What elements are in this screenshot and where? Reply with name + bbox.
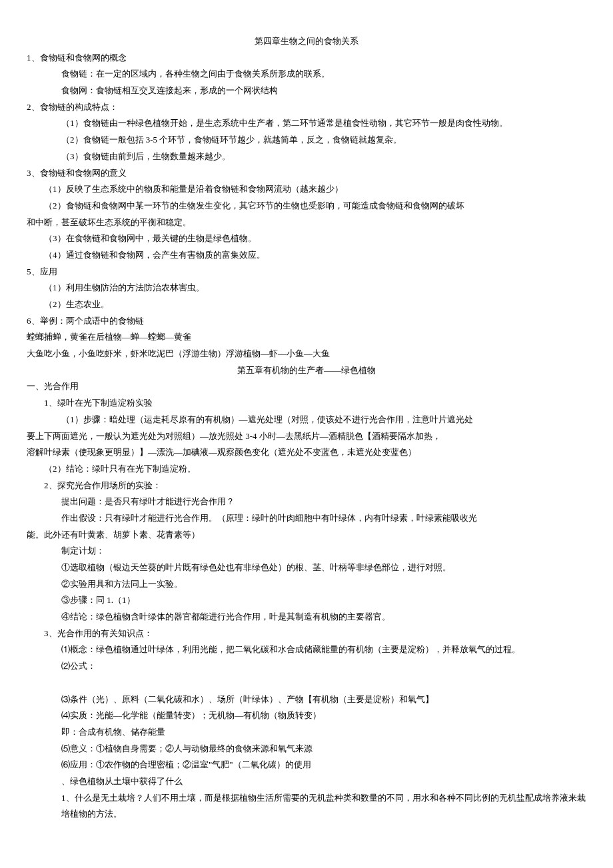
p1-sub1-step-cont2: 溶解叶绿素（使现象更明显）】—漂洗—加碘液—观察颜色变化（遮光处不变蓝色，未遮光… xyxy=(27,444,586,461)
p1-sub3-meaning: ⑸意义：①植物自身需要；②人与动物最终的食物来源和氧气来源 xyxy=(27,741,586,757)
p1-sub1-conclusion: （2）结论：绿叶只有在光下制造淀粉。 xyxy=(27,461,586,478)
s6-example-2: 大鱼吃小鱼，小鱼吃虾米，虾米吃泥巴（浮游生物）浮游植物—虾—小鱼—大鱼 xyxy=(27,346,586,362)
p1-sub3-formula: ⑵公式： xyxy=(27,658,586,675)
s3-item-1: （1）反映了生态系统中的物质和能量是沿着食物链和食物网流动（越来越少） xyxy=(27,181,586,198)
section-6-title: 6、举例：两个成语中的食物链 xyxy=(27,313,586,330)
p1-sub3-essence-cont: 即：合成有机物、储存能量 xyxy=(27,724,586,741)
part1-title: 一、光合作用 xyxy=(27,378,586,395)
chapter5-title: 第五章有机物的生产者——绿色植物 xyxy=(27,362,586,379)
s3-item-2-cont: 和中断，甚至破坏生态系统的平衡和稳定。 xyxy=(27,215,586,231)
s6-example-1: 螳螂捕蝉，黄雀在后植物—蝉—螳螂—黄雀 xyxy=(27,329,586,346)
p1-sub1-step: （1）步骤：暗处理（运走耗尽原有的有机物）—遮光处理（对照，使该处不进行光合作用… xyxy=(27,412,586,428)
p1-sub3-application: ⑹应用：①农作物的合理密植；②温室"气肥"（二氧化碳）的使用 xyxy=(27,757,586,773)
p1-sub1: 1、绿叶在光下制造淀粉实验 xyxy=(27,395,586,412)
p1-sub2-question: 提出问题：是否只有绿叶才能进行光合作用？ xyxy=(27,494,586,510)
p1-sub2: 2、探究光合作用场所的实验： xyxy=(27,478,586,494)
part2-title: 、绿色植物从土壤中获得了什么 xyxy=(27,773,586,790)
p1-sub3: 3、光合作用的有关知识点： xyxy=(27,626,586,642)
s5-item-2: （2）生态农业。 xyxy=(27,296,586,313)
p1-sub2-plan: 制定计划： xyxy=(27,543,586,560)
s3-item-4: （4）通过食物链和食物网，会产生有害物质的富集效应。 xyxy=(27,247,586,264)
p1-sub3-essence: ⑷实质：光能—化学能（能量转变）；无机物—有机物（物质转变） xyxy=(27,707,586,724)
p1-sub3-concept: ⑴概念：绿色植物通过叶绿体，利用光能，把二氧化碳和水合成储藏能量的有机物（主要是… xyxy=(27,642,586,658)
section-1-title: 1、食物链和食物网的概念 xyxy=(27,50,586,67)
part2-soilless: 1、什么是无土栽培？人们不用土壤，而是根据植物生活所需要的无机盐种类和数量的不同… xyxy=(27,790,586,823)
def-food-web: 食物网：食物链相互交叉连接起来，形成的一个网状结构 xyxy=(27,83,586,99)
s3-item-3: （3）在食物链和食物网中，最关键的生物是绿色植物。 xyxy=(27,230,586,247)
s2-item-2: （2）食物链一般包括 3-5 个环节，食物链环节越少，就越简单，反之，食物链就越… xyxy=(27,132,586,149)
p1-sub2-hypothesis: 作出假设：只有绿叶才能进行光合作用。（原理：绿叶的叶肉细胞中有叶绿体，内有叶绿素… xyxy=(27,510,586,527)
section-5-title: 5、应用 xyxy=(27,264,586,280)
p1-sub2-plan-3: ③步骤：同 1.（1） xyxy=(27,592,586,609)
s3-item-2: （2）食物链和食物网中某一环节的生物发生变化，其它环节的生物也受影响，可能造成食… xyxy=(27,198,586,215)
s2-item-1: （1）食物链由一种绿色植物开始，是生态系统中生产者，第二环节通常是植食性动物，其… xyxy=(27,115,586,132)
s2-item-3: （3）食物链由前到后，生物数量越来越少。 xyxy=(27,149,586,165)
section-3-title: 3、食物链和食物网的意义 xyxy=(27,165,586,182)
p1-sub2-hypothesis-cont: 能。此外还有叶黄素、胡萝卜素、花青素等） xyxy=(27,527,586,544)
p1-sub2-plan-4: ④结论：绿色植物含叶绿体的器官都能进行光合作用，叶是其制造有机物的主要器官。 xyxy=(27,609,586,626)
p1-sub2-plan-1: ①选取植物（银边天竺葵的叶片既有绿色处也有非绿色处）的根、茎、叶柄等非绿色部位，… xyxy=(27,560,586,576)
p1-sub2-plan-2: ②实验用具和方法同上一实验。 xyxy=(27,576,586,593)
p1-sub1-step-cont1: 要上下两面遮光，一般认为遮光处为对照组）—放光照处 3-4 小时—去黑纸片—酒精… xyxy=(27,428,586,445)
p1-sub3-blank xyxy=(27,675,586,691)
p1-sub3-conditions: ⑶条件（光）、原料（二氧化碳和水）、场所（叶绿体）、产物【有机物（主要是淀粉）和… xyxy=(27,691,586,708)
chapter4-title: 第四章生物之间的食物关系 xyxy=(27,33,586,50)
section-2-title: 2、食物链的构成特点： xyxy=(27,99,586,116)
def-food-chain: 食物链：在一定的区域内，各种生物之间由于食物关系所形成的联系。 xyxy=(27,66,586,83)
s5-item-1: （1）利用生物防治的方法防治农林害虫。 xyxy=(27,280,586,296)
